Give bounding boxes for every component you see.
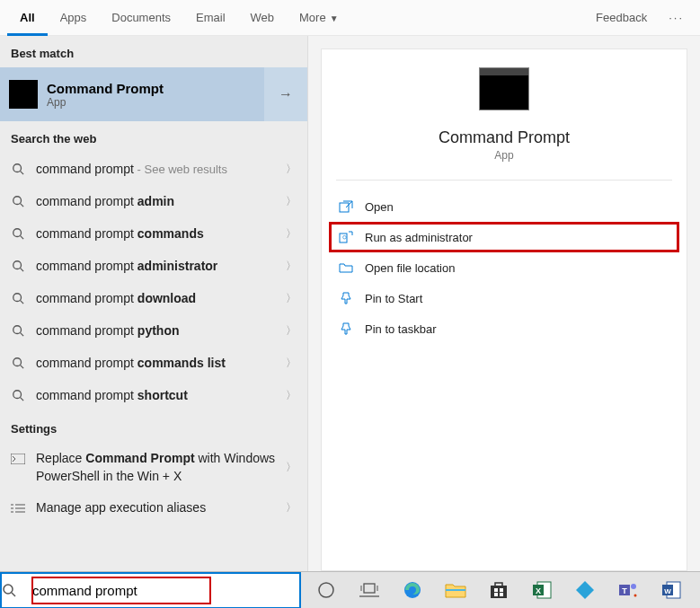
- chevron-right-icon: 〉: [286, 226, 297, 242]
- details-panel: Command Prompt App Open Run as administr…: [321, 48, 687, 571]
- svg-line-5: [21, 236, 24, 240]
- svg-text:W: W: [664, 587, 671, 595]
- taskbar-search-box[interactable]: [0, 572, 301, 609]
- svg-line-13: [21, 366, 24, 369]
- best-match-heading: Best match: [0, 36, 307, 67]
- app-thumbnail-icon: [479, 67, 529, 110]
- search-icon: [11, 388, 25, 402]
- svg-line-1: [21, 172, 24, 175]
- web-result-text: command prompt - See web results: [36, 162, 286, 176]
- web-result-text: command prompt commands: [36, 226, 286, 241]
- svg-rect-28: [364, 584, 375, 593]
- search-icon: [11, 259, 25, 273]
- excel-icon[interactable]: X: [520, 572, 563, 609]
- svg-line-9: [21, 301, 24, 304]
- word-icon[interactable]: W: [650, 572, 693, 609]
- list-icon: [11, 501, 25, 515]
- svg-point-14: [13, 391, 22, 399]
- search-icon: [11, 356, 25, 370]
- search-input[interactable]: [32, 583, 299, 598]
- search-icon: [11, 291, 25, 305]
- folder-icon: [338, 260, 354, 276]
- chevron-right-icon: 〉: [286, 500, 297, 515]
- more-options-icon[interactable]: ···: [660, 11, 693, 24]
- setting-app-execution-aliases[interactable]: Manage app execution aliases 〉: [0, 492, 307, 524]
- best-match-result[interactable]: Command Prompt App →: [0, 67, 307, 121]
- web-result-row[interactable]: command prompt download〉: [0, 282, 307, 314]
- svg-point-10: [13, 326, 22, 334]
- open-icon: [338, 198, 354, 215]
- svg-rect-23: [340, 203, 349, 212]
- svg-line-15: [21, 398, 24, 401]
- pin-taskbar-icon: [338, 321, 354, 337]
- web-result-row[interactable]: command prompt shortcut〉: [0, 379, 307, 411]
- file-explorer-icon[interactable]: [434, 572, 477, 609]
- web-result-row[interactable]: command prompt commands〉: [0, 217, 307, 250]
- svg-point-44: [634, 595, 637, 597]
- web-result-row[interactable]: command prompt commands list〉: [0, 347, 307, 379]
- teams-icon[interactable]: T: [607, 572, 650, 609]
- action-open-file-location[interactable]: Open file location: [329, 252, 679, 283]
- web-result-row[interactable]: command prompt python〉: [0, 314, 307, 347]
- chevron-down-icon: ▼: [330, 13, 339, 23]
- taskbar: X T W: [0, 571, 700, 608]
- svg-point-0: [13, 164, 22, 172]
- svg-point-6: [13, 261, 22, 269]
- tab-all[interactable]: All: [7, 0, 48, 36]
- setting-label: Replace Command Prompt with Windows Powe…: [36, 450, 286, 485]
- admin-icon: [338, 229, 354, 245]
- action-open[interactable]: Open: [329, 191, 679, 222]
- action-pin-to-start[interactable]: Pin to Start: [329, 283, 679, 313]
- web-result-row[interactable]: command prompt admin〉: [0, 185, 307, 217]
- tab-more[interactable]: More▼: [287, 0, 351, 36]
- svg-point-2: [13, 197, 22, 205]
- web-result-text: command prompt admin: [36, 194, 286, 208]
- tab-apps[interactable]: Apps: [48, 0, 100, 36]
- feedback-link[interactable]: Feedback: [583, 11, 660, 24]
- web-result-text: command prompt administrator: [36, 259, 286, 273]
- action-run-as-administrator[interactable]: Run as administrator: [329, 222, 679, 252]
- microsoft-store-icon[interactable]: [477, 572, 520, 609]
- search-icon: [11, 194, 25, 208]
- search-web-heading: Search the web: [0, 121, 307, 153]
- chevron-right-icon: 〉: [286, 291, 297, 306]
- svg-point-43: [631, 584, 636, 589]
- action-label: Pin to taskbar: [365, 322, 437, 336]
- best-match-arrow-icon[interactable]: →: [264, 67, 307, 121]
- search-icon: [11, 226, 25, 241]
- svg-line-26: [12, 593, 15, 596]
- svg-text:T: T: [622, 586, 627, 595]
- best-match-subtitle: App: [47, 96, 264, 109]
- web-result-row[interactable]: command prompt - See web results〉: [0, 153, 307, 185]
- setting-label: Manage app execution aliases: [36, 499, 286, 517]
- svg-line-11: [21, 333, 24, 337]
- web-result-text: command prompt shortcut: [36, 388, 286, 402]
- web-result-text: command prompt commands list: [36, 356, 286, 370]
- app-title: Command Prompt: [322, 128, 687, 147]
- chevron-right-icon: 〉: [286, 162, 297, 177]
- app-subtitle: App: [322, 149, 687, 162]
- cortana-icon[interactable]: [305, 572, 348, 609]
- tab-web[interactable]: Web: [238, 0, 288, 36]
- action-pin-to-taskbar[interactable]: Pin to taskbar: [329, 313, 679, 344]
- edge-icon[interactable]: [391, 572, 434, 609]
- cmd-app-icon: [9, 80, 38, 109]
- tab-documents[interactable]: Documents: [99, 0, 183, 36]
- chevron-right-icon: 〉: [286, 356, 297, 371]
- svg-point-27: [319, 583, 333, 597]
- setting-replace-cmd-powershell[interactable]: Replace Command Prompt with Windows Powe…: [0, 443, 307, 492]
- search-icon: [11, 323, 25, 338]
- web-result-text: command prompt download: [36, 291, 286, 305]
- kodi-icon[interactable]: [563, 572, 607, 609]
- results-panel: Best match Command Prompt App → Search t…: [0, 36, 308, 571]
- svg-line-7: [21, 269, 24, 272]
- settings-heading: Settings: [0, 411, 307, 443]
- tab-email[interactable]: Email: [183, 0, 238, 36]
- svg-point-25: [4, 585, 13, 594]
- web-result-row[interactable]: command prompt administrator〉: [0, 250, 307, 282]
- action-label: Open file location: [365, 261, 455, 275]
- task-view-icon[interactable]: [348, 572, 391, 609]
- search-icon: [11, 162, 25, 176]
- svg-rect-35: [500, 588, 503, 592]
- action-label: Run as administrator: [365, 231, 473, 244]
